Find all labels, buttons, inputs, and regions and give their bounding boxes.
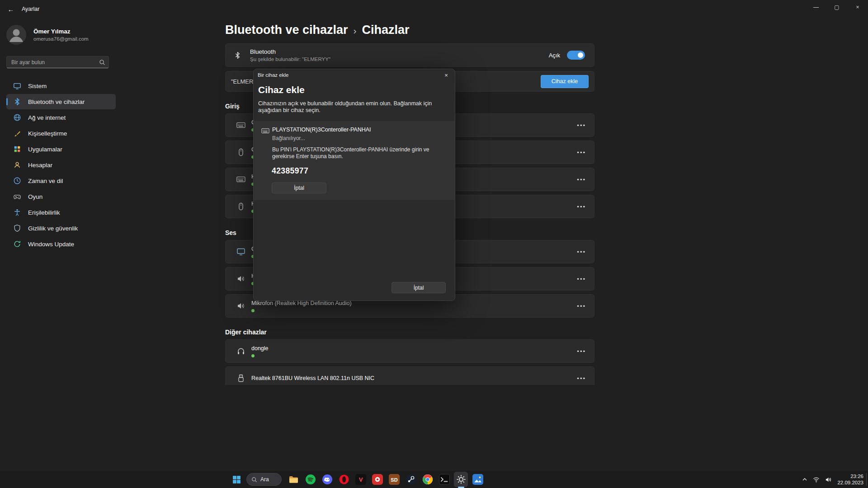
add-device-button[interactable]: Cihaz ekle [541,75,589,88]
keyboard-icon [236,121,245,130]
taskbar-file-explorer-button[interactable] [285,470,302,488]
taskbar-media-app-button[interactable] [369,470,386,488]
sidebar-item-oyun[interactable]: Oyun [6,189,116,204]
breadcrumb: Bluetooth ve cihazlar › Cihazlar [225,22,624,38]
time-language-icon [13,177,21,185]
wifi-icon[interactable] [813,476,820,483]
speaker-icon [236,301,245,310]
close-button[interactable]: × [847,0,868,14]
taskbar-discord-button[interactable] [319,470,335,488]
taskbar-spotify-button[interactable] [302,470,319,488]
back-button[interactable]: ← [3,1,19,17]
minimize-button[interactable]: — [806,0,826,14]
sidebar-item-label: Kişiselleştirme [28,130,67,137]
sidebar-item-label: Oyun [28,193,42,200]
accounts-icon [13,161,21,169]
keyboard-icon [236,175,245,184]
dialog-cancel-button[interactable]: İptal [392,282,446,293]
pairing-device-name: PLAYSTATION(R)3Conteroller-PANHAI [272,127,371,133]
settings-search[interactable] [6,56,109,68]
dialog-close-button[interactable]: × [438,69,455,81]
pairing-cancel-button[interactable]: İptal [272,183,326,193]
taskbar-search[interactable]: Ara [246,473,282,486]
taskbar-valorant-button[interactable]: V [352,470,369,488]
sidebar-item-windows-update[interactable]: Windows Update [6,236,116,252]
taskbar-settings-button[interactable] [453,470,469,488]
more-options-button[interactable]: ••• [577,249,586,255]
clock-time: 23:26 [837,473,863,479]
sidebar-item-bluetooth-ve-cihazlar[interactable]: Bluetooth ve cihazlar [6,94,116,109]
device-row[interactable]: dongle••• [225,339,594,363]
breadcrumb-current: Cihazlar [362,23,410,37]
show-desktop-button[interactable] [866,473,868,486]
device-row[interactable]: Realtek 8761BU Wireless LAN 802.11n USB … [225,366,594,385]
more-options-button[interactable]: ••• [577,276,586,282]
more-options-button[interactable]: ••• [577,303,586,310]
device-meta: Realtek 8761BU Wireless LAN 802.11n USB … [251,375,374,381]
settings-gear-icon [456,474,467,485]
terminal-icon [439,474,450,485]
keyboard-icon [261,127,269,134]
more-options-button[interactable]: ••• [577,348,586,355]
photos-icon [472,474,483,485]
dialog-titlebar: Bir cihaz ekle × [254,69,455,81]
taskbar: Ara VSD 23:26 22.09.2023 [0,470,868,488]
taskbar-steam-button[interactable] [402,470,419,488]
breadcrumb-parent[interactable]: Bluetooth ve cihazlar [225,23,348,37]
sidebar-item-eri-ilebilirlik[interactable]: Erişilebilirlik [6,205,116,220]
file-explorer-icon [288,474,299,485]
more-options-button[interactable]: ••• [577,203,586,210]
device-status [251,354,269,357]
more-options-button[interactable]: ••• [577,176,586,183]
taskbar-terminal-button[interactable] [436,470,453,488]
sidebar-item-a-ve-internet[interactable]: Ağ ve internet [6,110,116,125]
more-options-button[interactable]: ••• [577,149,586,156]
speaker-icon [236,274,245,283]
clock-date: 22.09.2023 [837,479,863,486]
sidebar-item-label: Uygulamalar [28,146,62,153]
more-options-button[interactable]: ••• [577,375,586,382]
taskbar-photos-button[interactable] [469,470,486,488]
start-button[interactable] [228,470,245,488]
pairing-device-panel[interactable]: PLAYSTATION(R)3Conteroller-PANHAI Bağlan… [254,121,455,200]
status-dot [251,309,255,312]
apps-icon [13,145,21,153]
sidebar-item-label: Gizlilik ve güvenlik [28,225,78,232]
dialog-title: Bir cihaz ekle [258,72,288,78]
network-icon [13,113,21,122]
sidebar-item-hesaplar[interactable]: Hesaplar [6,157,116,173]
profile-name: Ömer Yılmaz [33,28,89,35]
search-input[interactable] [11,59,99,66]
bluetooth-icon [234,52,241,59]
gaming-icon [13,192,21,201]
user-profile[interactable]: Ömer Yılmaz omerusa76@gmail.com [6,21,136,49]
monitor-icon [236,247,245,256]
sidebar-item-sistem[interactable]: Sistem [6,78,116,94]
steam-icon [406,474,416,485]
search-icon [99,59,105,66]
maximize-button[interactable]: ▢ [826,0,847,14]
taskbar-clock[interactable]: 23:26 22.09.2023 [837,473,863,486]
dialog-description: Cihazınızın açık ve bulunabilir olduğund… [258,100,450,114]
sidebar-item-uygulamalar[interactable]: Uygulamalar [6,141,116,157]
avatar [6,25,26,45]
device-status [251,309,352,312]
system-icon [13,82,21,90]
sidebar-item-gizlilik-ve-g-venlik[interactable]: Gizlilik ve güvenlik [6,221,116,236]
more-options-button[interactable]: ••• [577,122,586,129]
taskbar-chrome-button[interactable] [419,470,436,488]
sidebar-item-zaman-ve-dil[interactable]: Zaman ve dil [6,173,116,188]
taskbar-opera-button[interactable] [335,470,352,488]
device-name: dongle [251,345,269,352]
device-name: Realtek 8761BU Wireless LAN 802.11n USB … [251,375,374,381]
taskbar-sd-app-button[interactable]: SD [386,470,402,488]
sidebar-item-ki-iselle-tirme[interactable]: Kişiselleştirme [6,126,116,141]
headset-icon [236,347,245,356]
volume-icon[interactable] [825,476,832,483]
taskbar-apps: VSD [285,470,486,488]
chevron-up-icon[interactable] [802,477,807,482]
add-device-dialog: Bir cihaz ekle × Cihaz ekle Cihazınızın … [253,69,455,301]
bluetooth-toggle[interactable] [567,51,585,60]
taskbar-center: Ara VSD [228,470,486,488]
privacy-icon [13,224,21,232]
